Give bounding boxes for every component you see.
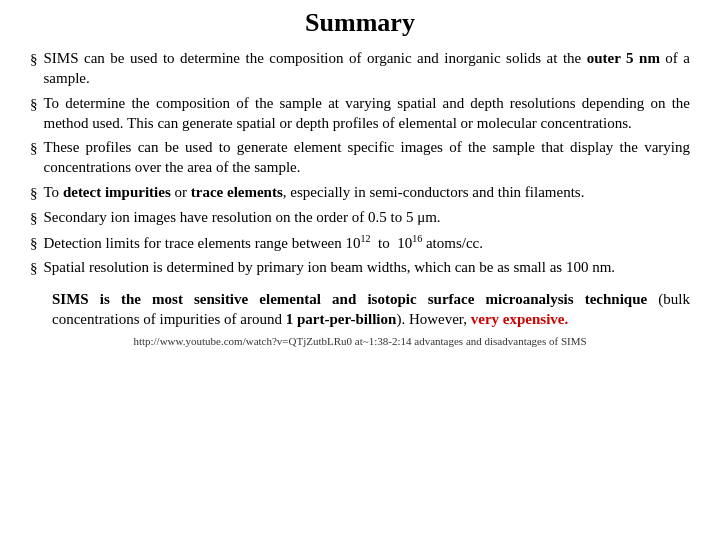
list-item: § Secondary ion images have resolution o… [30,207,690,228]
bold-detect-impurities: detect impurities [63,184,171,200]
list-item: § To determine the composition of the sa… [30,93,690,134]
bullet-symbol-5: § [30,208,38,228]
page-title: Summary [30,8,690,38]
bullet-text-6: Detection limits for trace elements rang… [44,232,691,253]
list-item: § Detection limits for trace elements ra… [30,232,690,253]
bullet-symbol-2: § [30,94,38,114]
list-item: § These profiles can be used to generate… [30,137,690,178]
bullet-symbol-4: § [30,183,38,203]
list-item: § To detect impurities or trace elements… [30,182,690,203]
bullet-text-5: Secondary ion images have resolution on … [44,207,691,227]
superscript-16: 16 [412,233,422,244]
list-item: § SIMS can be used to determine the comp… [30,48,690,89]
bullet-symbol-1: § [30,49,38,69]
footer-text: http://www.youtube.com/watch?v=QTjZutbLR… [30,335,690,347]
conclusion-bold-1: SIMS is the most sensitive elemental and… [52,291,647,307]
bullet-symbol-3: § [30,138,38,158]
bold-trace-elements: trace elements [191,184,283,200]
conclusion-block: SIMS is the most sensitive elemental and… [52,289,690,330]
bullet-symbol-7: § [30,258,38,278]
conclusion-bold-2: 1 part-per-billion [286,311,397,327]
bullet-text-7: Spatial resolution is determined by prim… [44,257,691,277]
superscript-12: 12 [360,233,370,244]
conclusion-text: SIMS is the most sensitive elemental and… [52,291,690,327]
conclusion-red-expensive: very expensive. [471,311,568,327]
bullet-text-1: SIMS can be used to determine the compos… [44,48,691,89]
bullet-symbol-6: § [30,233,38,253]
page-container: Summary § SIMS can be used to determine … [0,0,720,540]
bullet-text-3: These profiles can be used to generate e… [44,137,691,178]
bullet-text-2: To determine the composition of the samp… [44,93,691,134]
list-item: § Spatial resolution is determined by pr… [30,257,690,278]
bullet-list: § SIMS can be used to determine the comp… [30,48,690,283]
bold-outer-5nm: outer 5 nm [587,50,660,66]
bullet-text-4: To detect impurities or trace elements, … [44,182,691,202]
